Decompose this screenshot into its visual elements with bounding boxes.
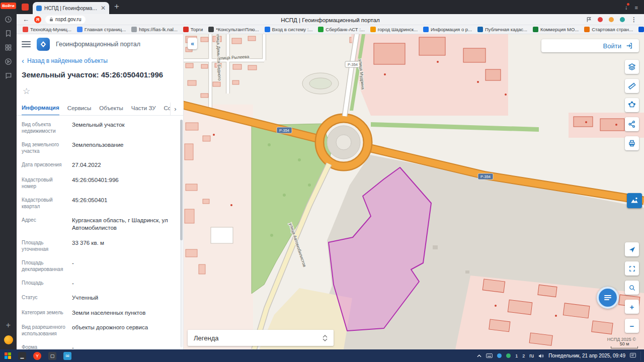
bookmark-item[interactable]: Вход в систему :... — [265, 27, 313, 32]
panel-tab[interactable]: Сервисы — [67, 105, 92, 115]
select-area-button[interactable] — [625, 98, 639, 112]
bookmark-favicon — [638, 27, 644, 32]
start-button[interactable] — [5, 352, 11, 359]
alice-assistant-icon[interactable] — [4, 335, 13, 344]
extension-icon[interactable] — [598, 17, 603, 22]
measure-button[interactable] — [625, 79, 639, 93]
bookmark-item[interactable]: Сбербанк-АСТ :... — [318, 27, 365, 32]
navbar-right-icons: ⋮ — [586, 16, 644, 23]
bookmark-item[interactable]: Стартовая стран... — [584, 27, 633, 32]
extension-icon[interactable] — [609, 17, 614, 22]
history-icon[interactable] — [5, 15, 13, 23]
info-row: Площадь уточненная33 376 кв. м — [22, 236, 175, 256]
panorama-button[interactable] — [627, 193, 642, 208]
share-button[interactable] — [625, 117, 639, 131]
windows-taskbar: ▁ Y ▢ ✉ 1 2 ru Понедельник, 21 апр 2025,… — [0, 349, 644, 362]
panel-tab[interactable]: Информация — [22, 105, 59, 116]
extent-button[interactable] — [625, 261, 639, 276]
panel-tab[interactable]: Части ЗУ — [131, 105, 156, 115]
map-container[interactable]: Р-354 Р-354 Р-354 улица Демьяна Бедного — [184, 34, 644, 349]
action-center-icon[interactable] — [630, 353, 636, 358]
favorite-star-icon[interactable]: ☆ — [23, 86, 183, 97]
back-link-label: Назад в найденные объекты — [27, 57, 108, 64]
info-label: Кадастровый номер — [22, 176, 72, 190]
bookmark-label: ТехноКад-Муниц... — [30, 27, 71, 32]
panel-scrollbar-thumb[interactable] — [180, 120, 183, 240]
bookmark-label: Стартовая стран... — [592, 27, 633, 32]
bookmark-label: Торги — [191, 27, 203, 32]
pinned-tab[interactable] — [22, 4, 29, 11]
layers-button[interactable] — [625, 60, 639, 74]
search-area-button[interactable] — [625, 281, 639, 295]
bookmark-item[interactable]: Торги — [183, 27, 203, 32]
downloads-icon[interactable]: ↓ — [625, 4, 628, 11]
keyboard-icon[interactable] — [486, 353, 493, 358]
panel-scrollbar[interactable] — [180, 120, 183, 347]
bookmark-item[interactable]: Главная страниц... — [77, 27, 126, 32]
tray-expand-icon[interactable] — [477, 354, 481, 357]
panel-tabs: ИнформацияСервисыОбъектыЧасти ЗУСоста› — [17, 103, 183, 116]
legend-dropdown[interactable]: Легенда — [188, 330, 334, 346]
tray-app-icon[interactable] — [497, 353, 502, 358]
bookmark-item[interactable]: Информация о р... — [423, 27, 472, 32]
svg-text:Р-354: Р-354 — [279, 128, 289, 133]
taskbar-clock[interactable]: Понедельник, 21 апр 2025, 09:49 — [548, 353, 625, 358]
bookmark-item[interactable]: ТехноКад-Муниц... — [23, 27, 71, 32]
address-field[interactable]: nspd.gov.ru — [45, 16, 86, 24]
bookmark-favicon — [423, 27, 429, 32]
info-row: АдресКурганская область, г Шадринск, ул … — [22, 213, 175, 236]
info-label: Площадь — [22, 280, 72, 288]
bookmark-item[interactable]: Платформа госу... — [638, 27, 644, 32]
taskbar-app-window[interactable]: ▢ — [48, 352, 56, 360]
volume-icon[interactable] — [538, 353, 544, 358]
video-icon[interactable] — [5, 57, 13, 65]
tray-badge-1[interactable]: 1 — [515, 353, 518, 358]
back-link[interactable]: ‹ Назад в найденные объекты — [17, 54, 183, 64]
browser-login-button[interactable]: Войти — [1, 3, 16, 9]
panel-collapse-button[interactable]: « — [188, 38, 197, 49]
language-indicator[interactable]: ru — [529, 353, 534, 358]
collections-icon[interactable] — [5, 43, 13, 51]
active-tab[interactable]: НСПД | Геоинформац... ✕ — [33, 2, 109, 14]
nspd-logo[interactable] — [37, 38, 50, 51]
more-menu-icon[interactable]: ⋮ — [631, 16, 637, 23]
bookmark-favicon — [477, 27, 483, 32]
info-row: Вид объекта недвижимостиЗемельный участо… — [22, 118, 175, 138]
messenger-icon[interactable] — [5, 71, 13, 79]
map-canvas[interactable]: Р-354 Р-354 Р-354 улица Демьяна Бедного — [184, 34, 644, 349]
bookmark-item[interactable]: Публичная кадас... — [477, 27, 527, 32]
bookmarks-icon[interactable] — [5, 29, 13, 37]
menu-icon[interactable] — [22, 41, 31, 47]
browser-menu-icon[interactable]: ≡ — [635, 5, 638, 11]
tray-shield-icon[interactable] — [506, 353, 511, 358]
taskbar-app-mail[interactable]: ✉ — [63, 352, 71, 360]
info-label: Площадь декларированная — [22, 259, 72, 273]
bookmark-label: *КонсультантПлю... — [216, 27, 259, 32]
taskbar-app-yandex[interactable]: Y — [33, 352, 41, 360]
new-tab-button[interactable]: + — [114, 2, 119, 12]
side-add-icon[interactable]: + — [6, 321, 11, 329]
portal-brand: Геоинформационный портал — [56, 41, 140, 48]
locate-button[interactable] — [625, 242, 639, 256]
panel-tab[interactable]: Объекты — [99, 105, 123, 115]
lock-icon — [49, 17, 53, 22]
app-login-button[interactable]: Войти — [541, 39, 639, 52]
tray-badge-2[interactable]: 2 — [522, 353, 525, 358]
taskbar-app-terminal[interactable]: ▁ — [18, 352, 26, 360]
show-desktop-button[interactable] — [640, 351, 641, 360]
yandex-icon[interactable]: Я — [34, 16, 41, 23]
bookmark-item[interactable]: https://fias-lk.nal... — [131, 27, 178, 32]
print-button[interactable] — [625, 136, 639, 150]
bookmark-item[interactable]: город Шадринск... — [370, 27, 418, 32]
info-label: Адрес — [22, 217, 72, 232]
back-icon[interactable]: ← — [23, 16, 29, 23]
tabs-scroll-right-button[interactable]: › — [170, 103, 180, 115]
extension-icon[interactable] — [620, 17, 625, 22]
zoom-out-button[interactable]: − — [625, 319, 639, 333]
tab-close-icon[interactable]: ✕ — [101, 5, 106, 11]
bookmark-item[interactable]: *КонсультантПлю... — [208, 27, 259, 32]
bookmark-item[interactable]: Коммерция МО... — [533, 27, 579, 32]
zoom-in-button[interactable]: + — [625, 300, 639, 314]
bookmark-flag-icon[interactable] — [586, 17, 592, 23]
support-chat-button[interactable] — [597, 287, 619, 309]
